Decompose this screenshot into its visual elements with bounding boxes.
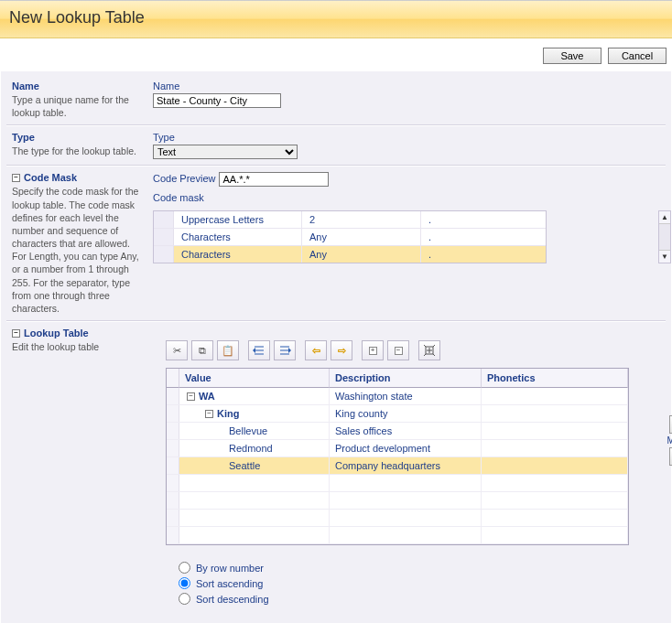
phonetics-cell[interactable] bbox=[482, 405, 628, 422]
copy-button[interactable]: ⧉ bbox=[191, 340, 213, 360]
top-button-row: Save Cancel bbox=[0, 38, 672, 71]
type-label: Type bbox=[153, 132, 175, 143]
lookup-heading: Lookup Table bbox=[24, 328, 89, 338]
col-value[interactable]: Value bbox=[179, 369, 330, 388]
desc-cell[interactable]: Sales offices bbox=[330, 423, 482, 439]
codemask-section: − Code Mask Specify the code mask for th… bbox=[6, 166, 666, 321]
value-cell[interactable]: Bellevue bbox=[179, 423, 330, 439]
sort-asc[interactable]: Sort ascending bbox=[179, 577, 658, 589]
row-handle[interactable] bbox=[167, 440, 179, 457]
table-row[interactable] bbox=[167, 475, 628, 492]
save-button[interactable]: Save bbox=[543, 48, 602, 64]
type-desc: The type for the lookup table. bbox=[12, 145, 140, 157]
table-row[interactable]: −KingKing county bbox=[167, 405, 628, 423]
value-cell[interactable]: −King bbox=[179, 405, 330, 422]
cm-length[interactable]: Any bbox=[302, 229, 421, 245]
codemask-grid-label: Code mask bbox=[153, 192, 204, 203]
scroll-down-icon[interactable]: ▼ bbox=[659, 250, 670, 263]
expand-button[interactable]: + bbox=[362, 340, 384, 360]
sort-options: By row number Sort ascending Sort descen… bbox=[179, 562, 658, 605]
move-controls: ▲ Move ▼ bbox=[667, 415, 672, 466]
collapse-button[interactable]: − bbox=[387, 340, 409, 360]
lookup-section: − Lookup Table Edit the lookup table ✂ ⧉… bbox=[6, 321, 666, 614]
col-description[interactable]: Description bbox=[330, 369, 482, 388]
desc-cell[interactable]: Washington state bbox=[330, 388, 482, 404]
table-row[interactable] bbox=[167, 492, 628, 510]
row-handle[interactable] bbox=[167, 423, 179, 439]
desc-cell[interactable]: King county bbox=[330, 405, 482, 422]
cm-type[interactable]: Uppercase Letters bbox=[174, 211, 302, 228]
phonetics-cell[interactable] bbox=[482, 457, 628, 474]
expand-all-button[interactable] bbox=[418, 340, 440, 360]
desc-cell[interactable]: Company headquarters bbox=[330, 457, 482, 474]
row-handle[interactable] bbox=[167, 405, 179, 422]
codemask-row[interactable]: Uppercase Letters2. bbox=[154, 211, 546, 229]
prev-button[interactable]: ⇦ bbox=[305, 340, 327, 360]
col-phonetics[interactable]: Phonetics bbox=[482, 369, 628, 388]
phonetics-cell[interactable] bbox=[482, 440, 628, 457]
outdent-button[interactable] bbox=[248, 340, 270, 360]
page-title: New Lookup Table bbox=[0, 0, 672, 38]
phonetics-cell[interactable] bbox=[482, 388, 628, 404]
next-button[interactable]: ⇨ bbox=[331, 340, 352, 360]
toolbar: ✂ ⧉ 📋 ⇦ ⇨ + − bbox=[166, 340, 658, 360]
value-cell[interactable]: −WA bbox=[179, 388, 330, 404]
row-handle[interactable] bbox=[167, 388, 179, 404]
row-handle[interactable] bbox=[154, 211, 174, 228]
cm-separator[interactable]: . bbox=[421, 229, 546, 245]
collapse-icon[interactable]: − bbox=[12, 329, 20, 338]
type-heading: Type bbox=[12, 132, 140, 143]
codemask-row[interactable]: CharactersAny. bbox=[154, 229, 546, 246]
cm-length[interactable]: 2 bbox=[302, 211, 421, 228]
cm-type[interactable]: Characters bbox=[174, 246, 302, 263]
collapse-icon[interactable]: − bbox=[12, 174, 20, 182]
sort-byrow[interactable]: By row number bbox=[179, 562, 658, 574]
codemask-desc: Specify the code mask for the lookup tab… bbox=[12, 185, 140, 315]
name-label: Name bbox=[153, 81, 179, 91]
row-handle[interactable] bbox=[154, 246, 174, 263]
value-cell[interactable]: Redmond bbox=[179, 440, 330, 457]
sort-desc[interactable]: Sort descending bbox=[179, 593, 658, 605]
lookup-grid: Value Description Phonetics −WAWashingto… bbox=[166, 368, 629, 545]
cancel-button[interactable]: Cancel bbox=[608, 48, 667, 64]
name-section: Name Type a unique name for the lookup t… bbox=[6, 75, 666, 125]
codemask-grid: Uppercase Letters2.CharactersAny.Charact… bbox=[153, 210, 658, 263]
row-handle[interactable] bbox=[167, 457, 179, 474]
name-input[interactable] bbox=[153, 93, 281, 108]
value-cell[interactable]: Seattle bbox=[179, 457, 330, 474]
type-select[interactable]: Text bbox=[153, 145, 298, 159]
expand-icon[interactable]: − bbox=[205, 410, 213, 418]
code-preview-label: Code Preview bbox=[153, 173, 215, 184]
cm-length[interactable]: Any bbox=[302, 246, 421, 263]
paste-button[interactable]: 📋 bbox=[217, 340, 239, 360]
scroll-up-icon[interactable]: ▲ bbox=[659, 211, 670, 224]
table-row[interactable]: RedmondProduct development bbox=[167, 440, 628, 457]
svg-rect-0 bbox=[426, 347, 433, 354]
codemask-heading: Code Mask bbox=[24, 172, 77, 183]
codemask-row[interactable]: CharactersAny. bbox=[154, 246, 546, 263]
cm-separator[interactable]: . bbox=[421, 211, 546, 228]
table-row[interactable] bbox=[167, 527, 628, 544]
expand-icon[interactable]: − bbox=[187, 392, 195, 401]
code-preview-input[interactable] bbox=[219, 172, 329, 187]
table-row[interactable]: −WAWashington state bbox=[167, 388, 628, 405]
name-heading: Name bbox=[12, 81, 140, 91]
lookup-desc: Edit the lookup table bbox=[12, 340, 140, 353]
cm-separator[interactable]: . bbox=[421, 246, 546, 263]
type-section: Type The type for the lookup table. Type… bbox=[6, 125, 666, 166]
name-desc: Type a unique name for the lookup table. bbox=[12, 93, 140, 119]
table-row[interactable]: BellevueSales offices bbox=[167, 423, 628, 440]
table-row[interactable]: SeattleCompany headquarters bbox=[167, 457, 628, 475]
scrollbar[interactable]: ▲ ▼ bbox=[658, 210, 671, 263]
indent-button[interactable] bbox=[274, 340, 296, 360]
cut-button[interactable]: ✂ bbox=[166, 340, 188, 360]
table-row[interactable] bbox=[167, 510, 628, 527]
desc-cell[interactable]: Product development bbox=[330, 440, 482, 457]
phonetics-cell[interactable] bbox=[482, 423, 628, 439]
move-label: Move bbox=[667, 435, 672, 446]
cm-type[interactable]: Characters bbox=[174, 229, 302, 245]
row-handle[interactable] bbox=[154, 229, 174, 245]
